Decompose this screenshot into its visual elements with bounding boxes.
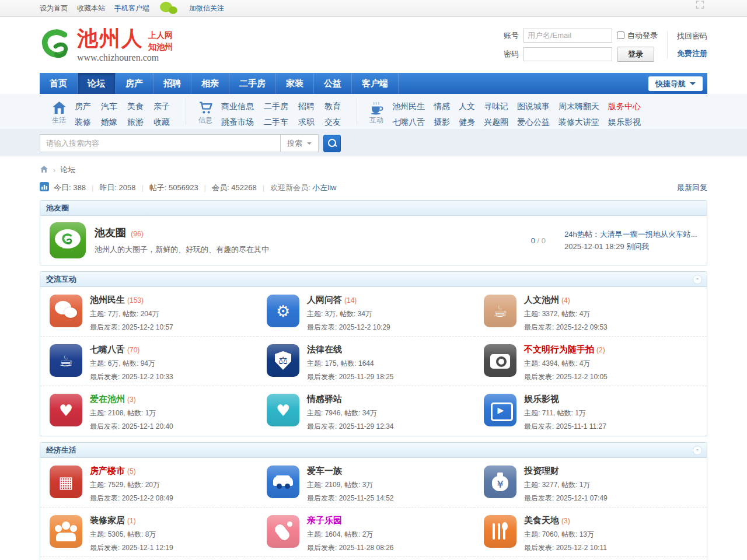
forum-link[interactable]: 人文池州: [524, 295, 559, 304]
site-logo[interactable]: 池州人 上人网 知池州 www.chizhouren.com: [40, 27, 173, 64]
nav-item-secondhand-house[interactable]: 二手房: [229, 73, 276, 94]
subnav-link[interactable]: 七嘴八舌: [392, 114, 425, 130]
subnav-link[interactable]: 娱乐影视: [608, 114, 641, 130]
camera-icon[interactable]: [484, 344, 516, 377]
people-group-icon[interactable]: [50, 515, 82, 548]
forum-link[interactable]: 法律在线: [307, 344, 342, 354]
nav-item-dating[interactable]: 相亲: [191, 73, 229, 94]
collapse-button[interactable]: -: [693, 446, 702, 455]
forum-link[interactable]: 装修家居: [90, 515, 125, 525]
subnav-link[interactable]: 房产: [75, 99, 91, 114]
add-favorite-link[interactable]: 收藏本站: [77, 4, 105, 13]
subnav-link[interactable]: 装修大讲堂: [558, 114, 599, 130]
coffee-cup-icon[interactable]: ☕: [484, 295, 516, 327]
password-label: 密码: [504, 49, 519, 60]
forum-link[interactable]: 爱在池州: [90, 394, 125, 404]
utensils-icon[interactable]: [484, 515, 516, 548]
subnav-link[interactable]: 池州民生: [392, 99, 425, 114]
nav-item-charity[interactable]: 公益: [314, 73, 352, 94]
forum-link[interactable]: 人网问答: [307, 295, 342, 304]
icon-glyph: ⚖: [278, 355, 288, 366]
nav-item-house[interactable]: 房产: [116, 73, 153, 94]
circle-forum-icon[interactable]: [50, 222, 86, 258]
subnav-link[interactable]: 寻味记: [484, 99, 508, 114]
video-player-icon[interactable]: ▶: [484, 394, 516, 426]
subnav-link[interactable]: 跳蚤市场: [221, 114, 254, 130]
search-button[interactable]: [323, 135, 341, 152]
hot-post-link[interactable]: 24h热帖：大清早一瘸一拐地从火车站...: [564, 228, 697, 240]
account-input[interactable]: [523, 29, 612, 43]
nav-item-decoration[interactable]: 家装: [276, 73, 314, 94]
wechat-icon[interactable]: [160, 1, 181, 15]
collapse-button[interactable]: -: [693, 275, 702, 284]
forum-link[interactable]: 爱车一族: [307, 466, 342, 475]
forum-link[interactable]: 不文明行为随手拍: [524, 344, 594, 354]
subnav-link[interactable]: 图说城事: [517, 99, 550, 114]
forum-link[interactable]: 池州民生: [90, 295, 125, 304]
chat-bubbles-icon[interactable]: [50, 295, 82, 327]
subnav-link[interactable]: 人文: [459, 99, 475, 114]
subnav-link[interactable]: 收藏: [153, 114, 170, 130]
subnav-link[interactable]: 爱心公益: [517, 114, 550, 130]
subnav-link[interactable]: 汽车: [101, 99, 117, 114]
password-input[interactable]: [523, 47, 612, 61]
latest-reply-link[interactable]: 最新回复: [677, 183, 707, 193]
subnav-group-label: 信息: [192, 117, 219, 124]
breadcrumb-home-icon[interactable]: [40, 165, 48, 175]
wechat-follow-link[interactable]: 加微信关注: [189, 4, 224, 13]
subnav-link[interactable]: 交友: [324, 114, 341, 130]
nav-item-jobs[interactable]: 招聘: [153, 73, 191, 94]
forum-link[interactable]: 美食天地: [524, 515, 559, 525]
login-button[interactable]: 登录: [617, 47, 654, 62]
forum-link[interactable]: 房产楼市: [90, 466, 125, 475]
quick-nav-button[interactable]: 快捷导航: [648, 76, 703, 91]
subnav-link[interactable]: 招聘: [298, 99, 315, 114]
wrench-icon[interactable]: ⚙: [267, 295, 299, 327]
nav-item-forum[interactable]: 论坛: [78, 73, 116, 94]
subnav-link[interactable]: 商业信息: [221, 99, 254, 114]
forum-link[interactable]: 亲子乐园: [307, 515, 342, 525]
nav-item-client[interactable]: 客户端: [352, 73, 399, 94]
subnav-link[interactable]: 婚嫁: [101, 114, 117, 130]
forum-link[interactable]: 七嘴八舌: [90, 344, 125, 354]
forum-link[interactable]: 投资理财: [524, 466, 559, 475]
forum-link[interactable]: 情感驿站: [307, 394, 342, 404]
forum-link[interactable]: 娱乐影视: [524, 394, 559, 404]
fullscreen-icon[interactable]: [695, 0, 705, 11]
new-member-link[interactable]: 小左liw: [312, 183, 336, 193]
subnav-link[interactable]: 美食: [127, 99, 144, 114]
nav-item-home[interactable]: 首页: [40, 73, 78, 94]
register-link[interactable]: 免费注册: [677, 48, 707, 59]
search-scope-dropdown[interactable]: 搜索: [280, 134, 319, 152]
building-icon[interactable]: ▦: [50, 466, 82, 498]
subnav-link[interactable]: 装修: [75, 114, 91, 130]
subnav-link[interactable]: 二手房: [264, 99, 288, 114]
subnav-link[interactable]: 摄影: [434, 114, 450, 130]
circle-forum-link[interactable]: 池友圈: [95, 227, 126, 239]
last-post-user-link[interactable]: 别问我: [626, 242, 649, 251]
auto-login-checkbox[interactable]: [617, 32, 624, 39]
money-bag-icon[interactable]: ￥: [484, 466, 516, 498]
subnav-link[interactable]: 健身: [459, 114, 475, 130]
subnav-link[interactable]: 教育: [324, 99, 341, 114]
subnav-link[interactable]: 旅游: [127, 114, 144, 130]
subnav-link[interactable]: 二手车: [264, 114, 288, 130]
subnav-link[interactable]: 周末嗨翻天: [558, 99, 599, 114]
find-password-link[interactable]: 找回密码: [677, 31, 707, 41]
subnav-link[interactable]: 情感: [434, 99, 450, 114]
set-home-link[interactable]: 设为首页: [40, 4, 68, 13]
icon-glyph: ♥: [276, 402, 290, 418]
law-shield-icon[interactable]: ⚖: [267, 344, 299, 377]
hearts-icon[interactable]: ♥: [50, 394, 82, 426]
subnav-link-board-service[interactable]: 版务中心: [608, 99, 641, 114]
subnav-link[interactable]: 兴趣圈: [484, 114, 508, 130]
baby-bottle-icon[interactable]: [267, 515, 299, 548]
subnav-link[interactable]: 求职: [298, 114, 315, 130]
teacup-icon[interactable]: ☕: [50, 344, 82, 377]
mobile-client-link[interactable]: 手机客户端: [114, 4, 149, 13]
chevron-down-icon: [690, 82, 696, 88]
search-input[interactable]: [40, 134, 280, 152]
subnav-link[interactable]: 亲子: [153, 99, 170, 114]
heart-icon[interactable]: ♥: [267, 394, 299, 426]
car-icon[interactable]: [267, 466, 299, 498]
